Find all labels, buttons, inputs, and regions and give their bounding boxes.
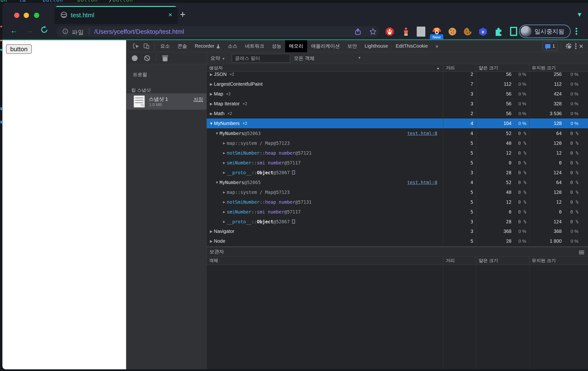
take-snapshot-icon[interactable] (132, 55, 137, 61)
site-info-icon[interactable]: i (63, 29, 68, 34)
expander-icon[interactable]: ▼ (214, 131, 220, 135)
inspect-element-icon[interactable] (133, 43, 139, 49)
forward-button[interactable]: → (25, 26, 33, 35)
expander-icon[interactable]: ▼ (214, 180, 220, 185)
extension-icon-colorful[interactable]: New (432, 27, 441, 36)
device-toolbar-icon[interactable] (143, 43, 149, 49)
puzzle-extension-icon[interactable] (494, 27, 503, 36)
url-text[interactable]: /Users/yceffort/Desktop/test.html (94, 28, 184, 35)
retainers-menu-icon[interactable] (579, 250, 584, 255)
expander-icon[interactable]: ▶ (209, 229, 214, 234)
heap-row[interactable]: ▶__proto__ :: Object @520673280 %1240 % (207, 168, 588, 177)
tab-elements[interactable]: 요소 (157, 40, 174, 52)
expander-icon[interactable]: ▶ (221, 190, 227, 194)
tab-application[interactable]: 애플리케이션 (307, 40, 344, 52)
expander-icon[interactable]: ▶ (209, 72, 214, 76)
expander-icon[interactable]: ▶ (209, 239, 214, 243)
object-column-header[interactable]: 객체 (207, 257, 443, 264)
expander-icon[interactable]: ▶ (221, 161, 227, 165)
source-link[interactable]: test.html:8 (407, 180, 437, 185)
extension-icon-gray[interactable] (417, 27, 425, 37)
heap-row[interactable]: ▶LargestContentfulPaint71120 %1120 % (207, 79, 588, 89)
heap-row[interactable]: ▶JSON×22560 %2560 % (207, 72, 588, 79)
editthiscookie-extension-icon[interactable] (463, 27, 472, 36)
more-tabs-chevron[interactable]: » (432, 40, 442, 52)
tab-close-icon[interactable]: × (168, 11, 172, 19)
snapshot-save-link[interactable]: 저장 (194, 96, 203, 103)
tab-console[interactable]: 콘솔 (174, 40, 191, 52)
tab-editthiscookie[interactable]: EditThisCookie (392, 40, 432, 52)
heap-row[interactable]: ▶Map×23560 %4240 % (207, 89, 588, 99)
heap-row[interactable]: ▶Navigator33680 %3680 % (207, 226, 588, 236)
tab-network[interactable]: 네트워크 (241, 40, 268, 52)
clear-profiles-icon[interactable] (144, 55, 150, 61)
share-icon[interactable] (354, 28, 361, 35)
tab-lighthouse[interactable]: Lighthouse (361, 40, 392, 52)
snapshot-item[interactable]: 스냅샷 1 1.0 MB 저장 (126, 93, 206, 110)
expander-icon[interactable]: ▶ (209, 102, 214, 106)
constructor-column-header[interactable]: 생성자 ▲ (207, 64, 443, 72)
heap-row[interactable]: ▶Map Iterator×23560 %3280 % (207, 99, 588, 109)
reload-button[interactable] (41, 26, 48, 33)
tab-security[interactable]: 보안 (344, 40, 361, 52)
back-button[interactable]: ← (10, 26, 18, 35)
heap-row[interactable]: ▼MyNumbers @52065test.html:84520 %640 % (207, 177, 588, 187)
settings-gear-icon[interactable] (566, 43, 572, 49)
expander-icon[interactable]: ▶ (221, 170, 227, 175)
heap-row[interactable]: ▶notSmiNumber :: heap number @571315120 … (207, 197, 588, 207)
retained-size-column-header[interactable]: 유지된 크기 (529, 64, 588, 72)
tab-memory[interactable]: 메모리 (285, 40, 307, 52)
maximize-window-button[interactable] (34, 13, 39, 18)
devtools-close-icon[interactable]: × (579, 42, 583, 50)
expander-icon[interactable]: ▶ (209, 82, 214, 87)
browser-menu-kebab-icon[interactable] (576, 27, 578, 36)
extension-icon-red-figure[interactable] (401, 27, 410, 36)
bookmark-star-icon[interactable] (369, 28, 377, 35)
tab-sources[interactable]: 소스 (224, 40, 241, 52)
distance-column-header[interactable]: 거리 (443, 257, 476, 264)
profile-pill[interactable]: 일시중지됨 (519, 25, 570, 38)
retainers-bar[interactable]: 보관자 (207, 247, 588, 257)
shallow-size-column-header[interactable]: 얕은 크기 (476, 64, 529, 72)
expander-icon[interactable]: ▶ (221, 219, 227, 224)
expander-icon[interactable]: ▶ (209, 92, 214, 96)
delete-snapshot-icon[interactable] (162, 55, 168, 61)
heap-row[interactable]: ▶Math×22560 %3 5360 % (207, 109, 588, 119)
heap-row[interactable]: ▶Node5280 %1 8000 % (207, 236, 588, 246)
distance-column-header[interactable]: 거리 (443, 64, 476, 72)
heap-row[interactable]: ▶notSmiNumber :: heap number @571215120 … (207, 148, 588, 158)
retained-size-column-header[interactable]: 유지된 크기 (529, 257, 588, 264)
omnibox[interactable]: i 파일 /Users/yceffort/Desktop/test.html (56, 26, 379, 37)
extension-icon-teal-frame[interactable] (510, 27, 517, 36)
extension-icon-blue-hexagon[interactable]: e (478, 27, 488, 36)
expander-icon[interactable]: ▶ (221, 141, 227, 145)
heap-row[interactable]: ▶smiNumber :: smi number @57117500 %00 % (207, 158, 588, 168)
source-link[interactable]: test.html:8 (407, 131, 437, 136)
minimize-window-button[interactable] (24, 13, 29, 18)
objects-select[interactable]: 모든 객체▼ (294, 55, 361, 62)
browser-tab[interactable]: test.html × (54, 6, 178, 24)
heap-row[interactable]: ▼MyNumbers @52063test.html:84520 %640 % (207, 128, 588, 138)
page-button[interactable]: button (6, 44, 32, 54)
expander-icon[interactable]: ▶ (221, 151, 227, 155)
issues-button[interactable]: 1 (543, 42, 558, 51)
heap-row[interactable]: ▶__proto__ :: Object @520673280 %1240 % (207, 217, 588, 226)
expander-icon[interactable]: ▶ (209, 111, 214, 116)
new-tab-button[interactable]: + (180, 10, 185, 19)
heap-row[interactable]: ▶map :: system / Map @571235400 %1200 % (207, 138, 588, 148)
tab-search-chevron-icon[interactable]: ▾ (578, 10, 581, 18)
expander-icon[interactable]: ▶ (221, 200, 227, 204)
expander-icon[interactable]: ▶ (221, 210, 227, 214)
expander-icon[interactable]: ▼ (209, 121, 214, 125)
heap-row[interactable]: ▶map :: system / Map @571235400 %1200 % (207, 187, 588, 197)
devtools-menu-kebab-icon[interactable] (575, 43, 577, 50)
adblock-extension-icon[interactable] (385, 27, 394, 36)
heap-row[interactable]: ▶smiNumber :: smi number @57117500 %00 % (207, 207, 588, 217)
perspective-select[interactable]: 요약▼ (210, 55, 225, 62)
tab-performance[interactable]: 성능 (268, 40, 285, 52)
tab-recorder[interactable]: Recorder (191, 40, 224, 52)
class-filter-input[interactable] (232, 54, 290, 63)
heap-row[interactable]: ▼MyNumbers×241040 %1280 % (207, 119, 588, 128)
cookie-extension-icon[interactable] (448, 27, 457, 36)
close-window-button[interactable] (14, 13, 19, 18)
